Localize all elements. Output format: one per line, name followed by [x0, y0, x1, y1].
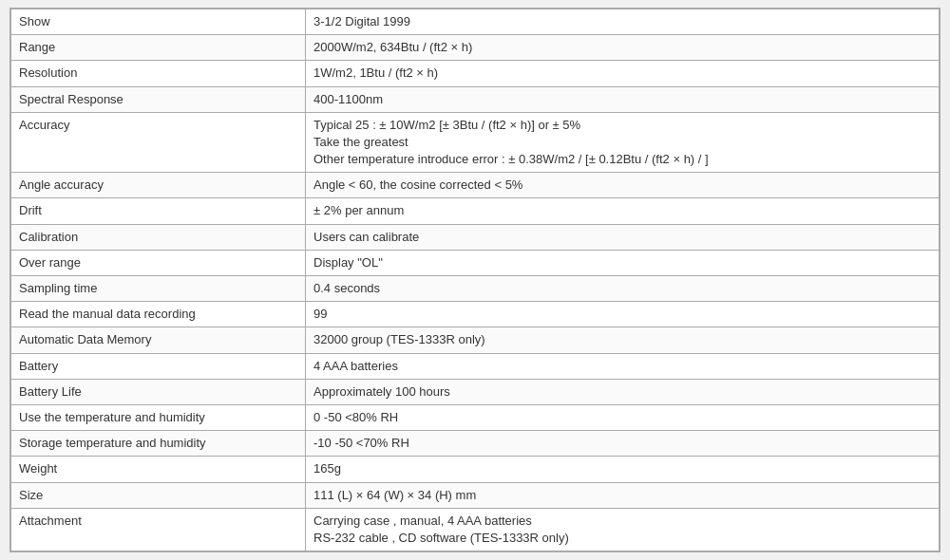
row-value: 32000 group (TES-1333R only) [306, 327, 940, 353]
table-row: Angle accuracyAngle < 60, the cosine cor… [11, 173, 940, 198]
row-label: Resolution [11, 61, 306, 86]
row-label: Automatic Data Memory [11, 327, 306, 353]
row-value: 0 -50 <80% RH [306, 404, 940, 430]
row-value: 400-1100nm [306, 86, 940, 112]
table-row: Resolution1W/m2, 1Btu / (ft2 × h) [11, 61, 940, 86]
spec-table: Show3-1/2 Digital 1999Range2000W/m2, 634… [10, 9, 940, 551]
row-value: 165g [306, 457, 940, 482]
table-row: Battery4 AAA batteries [11, 353, 940, 379]
row-value: 4 AAA batteries [306, 353, 940, 379]
table-row: Show3-1/2 Digital 1999 [11, 9, 940, 34]
row-value: Display "OL" [306, 250, 940, 275]
row-label: Size [11, 482, 306, 508]
table-row: Sampling time0.4 seconds [11, 276, 940, 302]
row-label: Accuracy [11, 112, 306, 173]
row-label: Read the manual data recording [11, 302, 306, 327]
row-value: 0.4 seconds [306, 276, 940, 302]
row-label: Calibration [11, 224, 306, 250]
row-label: Attachment [11, 508, 306, 551]
row-label: Angle accuracy [11, 173, 306, 198]
table-row: Read the manual data recording99 [11, 302, 940, 327]
row-label: Over range [11, 250, 306, 275]
row-value: 2000W/m2, 634Btu / (ft2 × h) [306, 35, 940, 61]
row-label: Spectral Response [11, 86, 306, 112]
row-label: Use the temperature and humidity [11, 404, 306, 430]
row-label: Weight [11, 457, 306, 482]
table-row: Weight165g [11, 457, 940, 482]
row-value: -10 -50 <70% RH [306, 431, 940, 457]
row-label: Drift [11, 198, 306, 224]
row-label: Sampling time [11, 276, 306, 302]
row-label: Storage temperature and humidity [11, 431, 306, 457]
table-row: Drift± 2% per annum [11, 198, 940, 224]
row-value: 3-1/2 Digital 1999 [306, 9, 940, 34]
table-row: Storage temperature and humidity-10 -50 … [11, 431, 940, 457]
row-value: Approximately 100 hours [306, 379, 940, 404]
row-value: 1W/m2, 1Btu / (ft2 × h) [306, 61, 940, 86]
table-row: CalibrationUsers can calibrate [11, 224, 940, 250]
table-row: Range2000W/m2, 634Btu / (ft2 × h) [11, 35, 940, 61]
row-value: ± 2% per annum [306, 198, 940, 224]
row-value: Angle < 60, the cosine corrected < 5% [306, 173, 940, 198]
row-value: 99 [306, 302, 940, 327]
table-row: Automatic Data Memory32000 group (TES-13… [11, 327, 940, 353]
table-row: Use the temperature and humidity0 -50 <8… [11, 404, 940, 430]
row-value: Carrying case , manual, 4 AAA batteriesR… [306, 508, 940, 551]
row-label: Battery [11, 353, 306, 379]
row-label: Range [11, 35, 306, 61]
table-row: Spectral Response400-1100nm [11, 86, 940, 112]
row-value: Users can calibrate [306, 224, 940, 250]
row-label: Battery Life [11, 379, 306, 404]
table-row: Over rangeDisplay "OL" [11, 250, 940, 275]
table-row: Size111 (L) × 64 (W) × 34 (H) mm [11, 482, 940, 508]
row-value: 111 (L) × 64 (W) × 34 (H) mm [306, 482, 940, 508]
table-row: AccuracyTypical 25 : ± 10W/m2 [± 3Btu / … [11, 112, 940, 173]
table-row: AttachmentCarrying case , manual, 4 AAA … [11, 508, 940, 551]
row-label: Show [11, 9, 306, 34]
table-row: Battery LifeApproximately 100 hours [11, 379, 940, 404]
row-value: Typical 25 : ± 10W/m2 [± 3Btu / (ft2 × h… [306, 112, 940, 173]
spec-table-container: Show3-1/2 Digital 1999Range2000W/m2, 634… [10, 8, 940, 552]
